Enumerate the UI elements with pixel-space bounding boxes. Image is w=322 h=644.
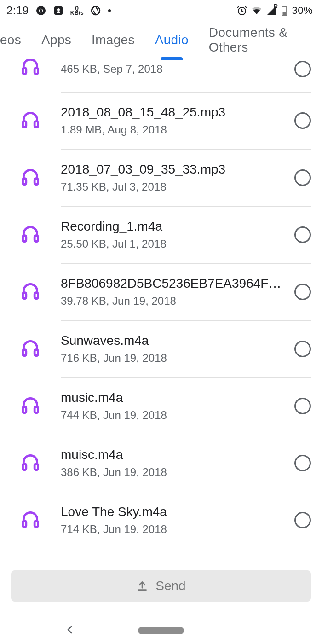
headphones-icon [17, 59, 43, 79]
list-item[interactable]: 8FB806982D5BC5236EB7EA3964FF4... 39.78 K… [0, 263, 322, 320]
category-tabs: eos Apps Images Audio Documents & Others [0, 21, 322, 59]
file-name: Sunwaves.m4a [61, 333, 285, 348]
svg-rect-18 [34, 236, 38, 242]
svg-rect-16 [34, 179, 38, 185]
select-radio[interactable] [294, 112, 311, 129]
list-item[interactable]: 2018_07_03_09_35_33.mp3 71.35 KB, Jul 3,… [0, 149, 322, 206]
tab-images[interactable]: Images [81, 21, 145, 59]
send-label: Send [155, 579, 185, 593]
svg-rect-24 [34, 407, 38, 413]
aperture-icon [90, 5, 101, 16]
upload-icon [136, 580, 148, 592]
battery-percentage: 30% [292, 5, 313, 17]
file-name: Love The Sky.m4a [61, 505, 285, 519]
svg-rect-14 [34, 122, 38, 128]
list-item[interactable]: muisc.m4a 386 KB, Jun 19, 2018 [0, 435, 322, 492]
file-list[interactable]: 465 KB, Sep 7, 2018 2018_08_08_15_48_25.… [0, 59, 322, 570]
file-meta: 714 KB, Jun 19, 2018 [61, 523, 285, 536]
nav-bar [0, 617, 322, 644]
back-button[interactable] [64, 624, 75, 637]
svg-rect-26 [34, 464, 38, 470]
select-radio[interactable] [294, 226, 311, 243]
file-name: Recording_1.m4a [61, 219, 285, 234]
headphones-icon [17, 107, 43, 133]
svg-point-4 [57, 8, 60, 11]
svg-rect-10 [283, 12, 286, 15]
headphones-icon [17, 221, 43, 247]
file-meta: 1.89 MB, Aug 8, 2018 [61, 123, 285, 136]
file-name: muisc.m4a [61, 447, 285, 462]
file-meta: 39.78 KB, Jun 19, 2018 [61, 295, 285, 307]
list-item[interactable]: 2018_08_08_15_48_25.mp3 1.89 MB, Aug 8, … [0, 92, 322, 149]
svg-rect-17 [23, 236, 26, 242]
tab-apps[interactable]: Apps [31, 21, 81, 59]
file-meta: 25.50 KB, Jul 1, 2018 [61, 238, 285, 250]
wifi-icon [251, 5, 262, 16]
headphones-icon [17, 335, 43, 361]
select-radio[interactable] [294, 341, 311, 357]
select-radio[interactable] [294, 169, 311, 186]
svg-rect-27 [23, 521, 26, 527]
svg-rect-9 [283, 6, 285, 7]
list-item[interactable]: Love The Sky.m4a 714 KB, Jun 19, 2018 [0, 492, 322, 549]
svg-point-2 [40, 9, 42, 12]
list-item[interactable]: Recording_1.m4a 25.50 KB, Jul 1, 2018 [0, 206, 322, 263]
svg-rect-22 [34, 350, 38, 356]
list-item[interactable]: Sunwaves.m4a 716 KB, Jun 19, 2018 [0, 320, 322, 377]
headphones-icon [17, 449, 43, 475]
home-handle[interactable] [138, 627, 184, 634]
svg-rect-13 [23, 122, 26, 128]
svg-rect-19 [23, 293, 26, 299]
select-radio[interactable] [294, 284, 311, 300]
file-meta: 465 KB, Sep 7, 2018 [61, 63, 285, 75]
svg-rect-11 [23, 68, 26, 74]
file-meta: 716 KB, Jun 19, 2018 [61, 352, 285, 365]
headphones-icon [17, 278, 43, 304]
file-meta: 744 KB, Jun 19, 2018 [61, 409, 285, 422]
status-time: 2:19 [6, 4, 29, 17]
list-item[interactable]: 465 KB, Sep 7, 2018 [0, 59, 322, 92]
headphones-icon [17, 506, 43, 532]
headphones-icon [17, 164, 43, 190]
list-item[interactable]: music.m4a 744 KB, Jun 19, 2018 [0, 377, 322, 435]
chrome-icon [35, 5, 46, 16]
tab-documents[interactable]: Documents & Others [199, 21, 322, 59]
tab-videos[interactable]: eos [0, 21, 31, 59]
svg-rect-21 [23, 350, 26, 356]
file-meta: 71.35 KB, Jul 3, 2018 [61, 180, 285, 193]
file-name: music.m4a [61, 390, 285, 405]
svg-rect-28 [34, 521, 38, 527]
send-button[interactable]: Send [11, 570, 311, 602]
headphones-icon [17, 392, 43, 418]
status-bar: 2:19 0 KB/s R 30% [0, 0, 322, 21]
select-radio[interactable] [294, 61, 311, 77]
svg-rect-20 [34, 293, 38, 299]
svg-rect-12 [34, 68, 38, 74]
svg-rect-23 [23, 407, 26, 413]
netspeed-indicator: 0 KB/s [70, 5, 84, 16]
file-meta: 386 KB, Jun 19, 2018 [61, 466, 285, 479]
svg-rect-25 [23, 464, 26, 470]
select-radio[interactable] [294, 398, 311, 414]
select-radio[interactable] [294, 512, 311, 528]
alarm-icon [236, 5, 247, 16]
file-name: 2018_08_08_15_48_25.mp3 [61, 105, 285, 120]
tab-audio[interactable]: Audio [145, 21, 199, 59]
svg-point-6 [108, 9, 111, 12]
maps-icon [53, 5, 64, 16]
signal-icon: R [266, 5, 277, 16]
file-name: 2018_07_03_09_35_33.mp3 [61, 162, 285, 177]
dot-icon [108, 5, 111, 16]
svg-rect-15 [23, 179, 26, 185]
select-radio[interactable] [294, 455, 311, 471]
file-name: 8FB806982D5BC5236EB7EA3964FF4... [61, 276, 285, 291]
battery-icon [281, 5, 288, 16]
